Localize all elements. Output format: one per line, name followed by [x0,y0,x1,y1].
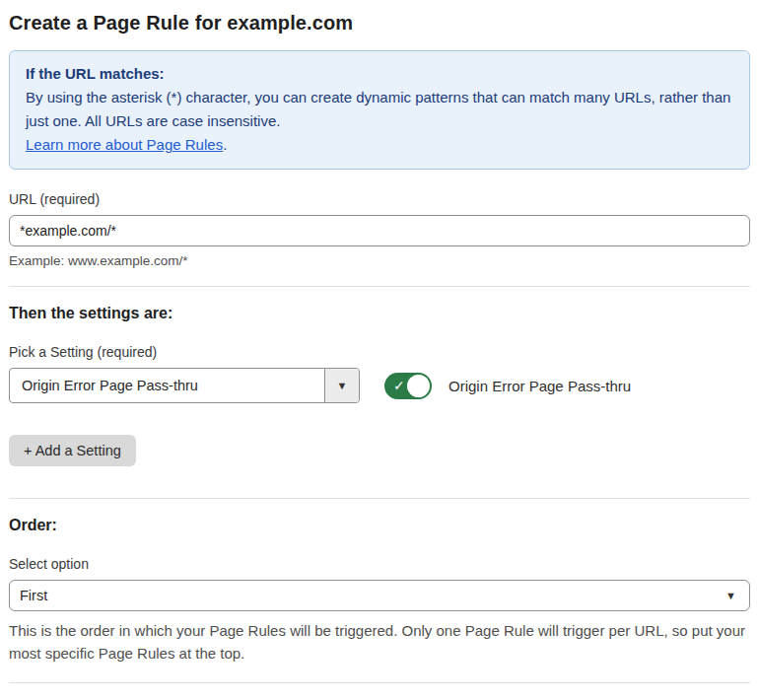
setting-dropdown[interactable]: Origin Error Page Pass-thru ▼ [9,368,360,403]
page-title: Create a Page Rule for example.com [9,12,750,35]
url-input[interactable] [9,215,750,246]
pick-setting-label: Pick a Setting (required) [9,344,750,360]
info-link-line: Learn more about Page Rules. [26,133,733,157]
info-heading: If the URL matches: [26,62,733,86]
divider [9,682,750,683]
order-helper-text: This is the order in which your Page Rul… [9,619,750,665]
url-helper-text: Example: www.example.com/* [9,253,750,268]
link-suffix: . [223,136,227,153]
select-option-label: Select option [9,556,750,572]
setting-row: Origin Error Page Pass-thru ▼ ✓ Origin E… [9,368,750,403]
url-match-info-callout: If the URL matches: By using the asteris… [9,50,750,170]
toggle-label: Origin Error Page Pass-thru [448,378,631,394]
chevron-down-icon: ▼ [337,381,348,391]
add-setting-button[interactable]: + Add a Setting [9,435,136,466]
toggle-knob [407,375,430,397]
order-select[interactable]: First ▼ [9,580,750,611]
divider [9,498,750,499]
order-select-value: First [20,588,47,603]
setting-dropdown-caret-button[interactable]: ▼ [324,369,359,402]
setting-dropdown-value: Origin Error Page Pass-thru [10,369,324,402]
check-icon: ✓ [393,378,405,393]
origin-error-toggle[interactable]: ✓ [384,373,432,399]
url-label: URL (required) [9,191,750,207]
order-section-heading: Order: [9,517,750,534]
create-page-rule-form: Create a Page Rule for example.com If th… [0,0,759,700]
chevron-down-icon: ▼ [725,591,736,601]
info-body: By using the asterisk (*) character, you… [26,86,733,133]
divider [9,286,750,287]
settings-section-heading: Then the settings are: [9,305,750,322]
learn-more-link[interactable]: Learn more about Page Rules [26,136,223,153]
toggle-wrap: ✓ Origin Error Page Pass-thru [384,373,631,399]
